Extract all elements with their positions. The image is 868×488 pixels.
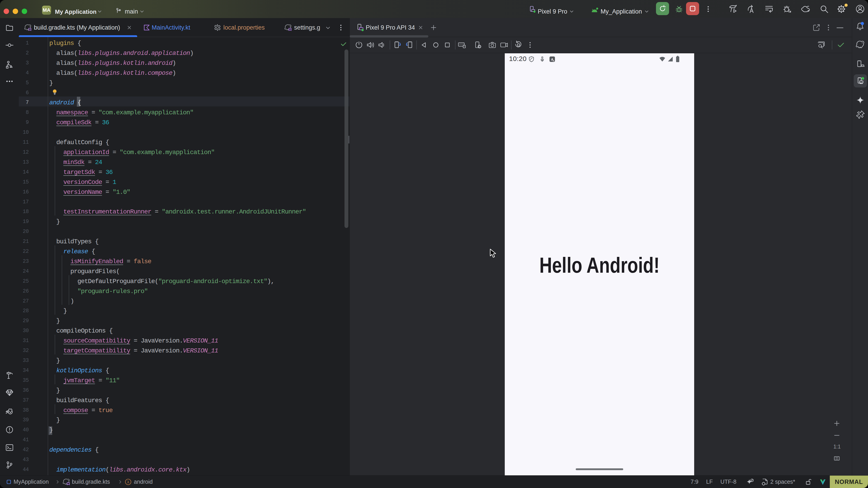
svg-text:λ: λ bbox=[127, 480, 129, 484]
